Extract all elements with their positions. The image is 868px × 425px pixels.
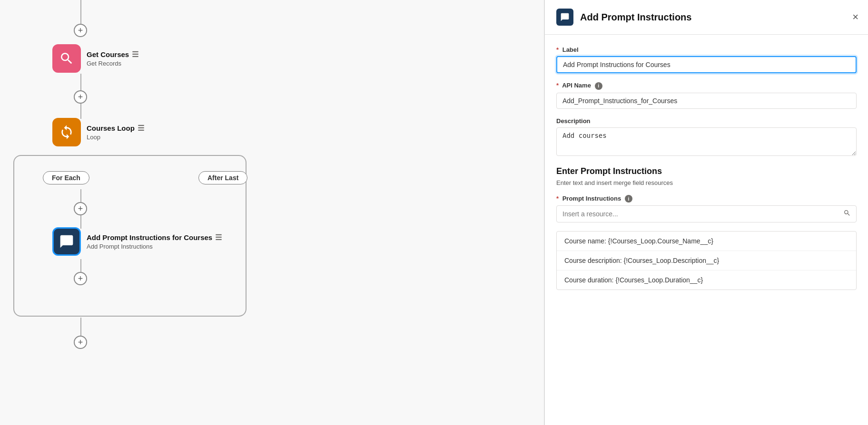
chat-icon (59, 234, 74, 249)
plus-button-2[interactable]: + (74, 90, 87, 104)
get-courses-icon (52, 44, 81, 73)
search-icon (843, 209, 851, 219)
enter-prompt-section: Enter Prompt Instructions Enter text and… (556, 164, 857, 186)
description-field-group: Description (556, 117, 857, 156)
api-required-star: * (556, 82, 559, 89)
panel-header: Add Prompt Instructions × (545, 0, 868, 35)
plus-button-bottom[interactable]: + (74, 336, 87, 349)
resource-item-2[interactable]: Course duration: {!Courses_Loop.Duration… (557, 270, 856, 290)
label-field-group: * Label (556, 46, 857, 73)
enter-prompt-subtitle: Enter text and insert merge field resour… (556, 179, 857, 186)
prompt-search-wrap (556, 205, 857, 222)
label-field-label: * Label (556, 46, 857, 53)
loop-icon (59, 125, 74, 140)
api-name-input[interactable] (556, 93, 857, 109)
connector-1 (80, 74, 81, 92)
plus-button-top[interactable]: + (74, 24, 87, 37)
prompt-instructions-label: * Prompt Instructions i (556, 195, 857, 203)
label-input[interactable] (556, 56, 857, 73)
api-name-info-icon: i (595, 82, 602, 90)
add-prompt-menu-icon: ☰ (215, 233, 222, 242)
panel-chat-icon (560, 12, 570, 22)
add-prompt-node: Add Prompt Instructions for Courses ☰ Ad… (52, 227, 222, 256)
description-textarea[interactable] (556, 127, 857, 156)
connector-4 (80, 215, 81, 229)
courses-loop-node: Courses Loop ☰ Loop (52, 118, 144, 146)
description-field-label: Description (556, 117, 857, 125)
panel-title: Add Prompt Instructions (580, 12, 691, 23)
courses-loop-menu-icon: ☰ (138, 124, 144, 133)
connector-5 (80, 259, 81, 273)
connector-3 (80, 189, 81, 203)
right-panel: Add Prompt Instructions × * Label * API … (544, 0, 868, 425)
get-courses-label: Get Courses ☰ Get Records (87, 50, 138, 67)
prompt-instructions-field-group: * Prompt Instructions i (556, 195, 857, 223)
flow-diagram: + Get Courses ☰ Get Records + (0, 0, 544, 425)
panel-body: * Label * API Name i Description Enter P… (545, 35, 868, 301)
plus-button-3[interactable]: + (74, 202, 87, 215)
api-name-field-label: * API Name i (556, 82, 857, 90)
after-last-button[interactable]: After Last (198, 171, 247, 184)
enter-prompt-title: Enter Prompt Instructions (556, 166, 857, 176)
resource-item-1[interactable]: Course description: {!Courses_Loop.Descr… (557, 251, 856, 270)
connector-bottom-1 (80, 318, 81, 337)
flow-canvas: + Get Courses ☰ Get Records + (0, 0, 544, 425)
for-each-button[interactable]: For Each (43, 171, 89, 184)
panel-header-icon (556, 9, 573, 26)
add-prompt-label: Add Prompt Instructions for Courses ☰ Ad… (87, 233, 222, 250)
label-required-star: * (556, 46, 559, 53)
resource-item-0[interactable]: Course name: {!Courses_Loop.Course_Name_… (557, 232, 856, 251)
prompt-required-star: * (556, 195, 559, 202)
resource-list: Course name: {!Courses_Loop.Course_Name_… (556, 231, 857, 290)
search-icon (59, 51, 74, 66)
api-name-field-group: * API Name i (556, 82, 857, 109)
get-courses-node: Get Courses ☰ Get Records (52, 44, 138, 73)
courses-loop-label: Courses Loop ☰ Loop (87, 124, 144, 141)
get-courses-menu-icon: ☰ (132, 50, 138, 59)
prompt-info-icon: i (625, 195, 632, 203)
close-button[interactable]: × (852, 12, 858, 22)
prompt-search-input[interactable] (556, 205, 857, 222)
add-prompt-icon (52, 227, 81, 256)
courses-loop-icon (52, 118, 81, 146)
connector-2 (80, 104, 81, 119)
plus-button-4[interactable]: + (74, 272, 87, 285)
connector-top (80, 0, 81, 25)
